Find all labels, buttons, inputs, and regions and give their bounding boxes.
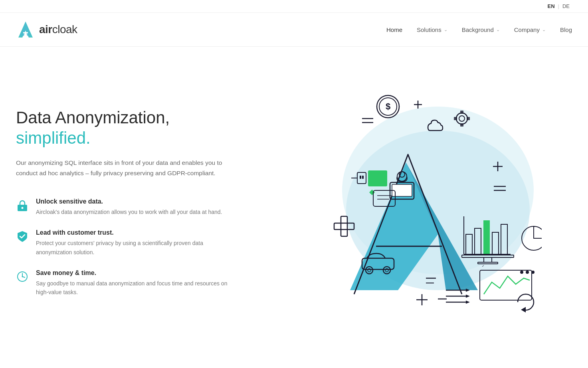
clock-icon <box>16 270 29 283</box>
nav-solutions[interactable]: Solutions ⌄ <box>417 26 447 33</box>
feature-trust-desc: Protect your customers' privacy by using… <box>36 239 228 257</box>
svg-rect-27 <box>360 176 361 179</box>
logo-icon <box>16 20 35 39</box>
svg-text:$: $ <box>385 101 390 111</box>
feature-unlock-title: Unlock sensitive data. <box>36 198 222 205</box>
logo[interactable]: aircloak <box>16 20 77 39</box>
svg-point-71 <box>526 271 529 274</box>
logo-text: aircloak <box>39 23 77 36</box>
svg-rect-28 <box>362 176 364 179</box>
main-illustration-svg: $ <box>270 83 542 322</box>
hero-headline: Data Anonymization, simplified. <box>16 108 240 148</box>
hero-section: Data Anonymization, simplified. Our anon… <box>0 47 588 350</box>
feature-unlock: Unlock sensitive data. Aircloak's data a… <box>16 198 240 216</box>
feature-time: Save money & time. Say goodbye to manual… <box>16 269 240 297</box>
feature-time-desc: Say goodbye to manual data anonymization… <box>36 279 228 297</box>
site-header: aircloak Home Solutions ⌄ Background ⌄ C… <box>0 13 588 47</box>
shield-icon <box>16 230 29 243</box>
feature-trust: Lead with customer trust. Protect your c… <box>16 229 240 257</box>
illustration-container: $ <box>270 83 542 322</box>
language-bar: EN | DE <box>0 0 588 13</box>
feature-unlock-content: Unlock sensitive data. Aircloak's data a… <box>36 198 222 216</box>
svg-rect-36 <box>341 216 347 236</box>
feature-trust-title: Lead with customer trust. <box>36 229 228 236</box>
lang-divider: | <box>558 3 559 9</box>
feature-time-content: Save money & time. Say goodbye to manual… <box>36 269 228 297</box>
hero-subtext: Our anonymizing SQL interface sits in fr… <box>16 158 224 179</box>
feature-unlock-desc: Aircloak's data anonymization allows you… <box>36 208 222 216</box>
nav-blog[interactable]: Blog <box>560 26 572 33</box>
company-chevron-icon: ⌄ <box>542 27 546 32</box>
nav-home[interactable]: Home <box>386 26 402 33</box>
nav-background[interactable]: Background ⌄ <box>462 26 500 33</box>
lang-en[interactable]: EN <box>547 3 554 9</box>
background-chevron-icon: ⌄ <box>496 27 500 32</box>
lock-icon <box>16 199 29 212</box>
features-list: Unlock sensitive data. Aircloak's data a… <box>16 198 240 297</box>
solutions-chevron-icon: ⌄ <box>444 27 447 32</box>
svg-point-70 <box>520 271 523 274</box>
svg-rect-20 <box>460 123 463 127</box>
main-nav: Home Solutions ⌄ Background ⌄ Company ⌄ … <box>386 26 572 33</box>
svg-point-18 <box>459 116 465 121</box>
svg-rect-21 <box>467 117 470 120</box>
svg-marker-69 <box>521 307 526 313</box>
svg-rect-49 <box>483 220 490 254</box>
svg-rect-19 <box>460 111 463 114</box>
lang-de[interactable]: DE <box>562 3 570 9</box>
hero-left-content: Data Anonymization, simplified. Our anon… <box>16 108 240 297</box>
feature-time-title: Save money & time. <box>36 269 228 277</box>
svg-text:✓: ✓ <box>482 264 485 268</box>
svg-rect-23 <box>368 170 387 186</box>
nav-company[interactable]: Company ⌄ <box>514 26 546 33</box>
svg-point-2 <box>22 207 24 209</box>
svg-marker-68 <box>466 301 470 304</box>
svg-point-17 <box>456 113 467 124</box>
svg-marker-66 <box>466 295 470 298</box>
svg-point-72 <box>531 271 535 274</box>
hero-illustration: $ <box>240 83 572 322</box>
feature-trust-content: Lead with customer trust. Protect your c… <box>36 229 228 257</box>
svg-rect-22 <box>454 117 457 120</box>
